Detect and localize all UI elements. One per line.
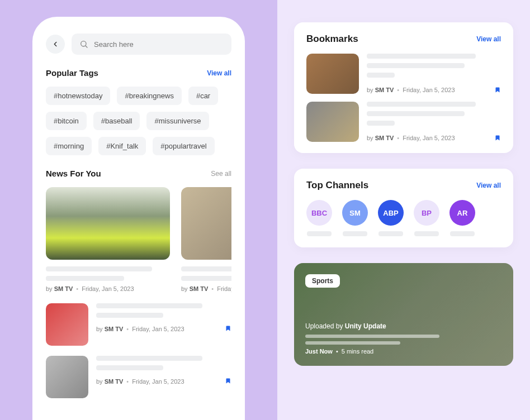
skeleton-line: [367, 54, 476, 59]
channel-item[interactable]: SM: [342, 200, 368, 236]
channel-avatar: BBC: [306, 200, 332, 226]
tag[interactable]: #breakingnews: [117, 87, 181, 105]
skeleton-line: [343, 231, 367, 236]
channel-avatar: ABP: [378, 200, 404, 226]
news-meta: by SM TV•Friday, Jan 5, 2023: [96, 326, 184, 332]
uploaded-by: Uploaded by Unity Update: [305, 322, 502, 330]
bookmarks-card: Bookmarks View all by SM TV•Friday, Jan …: [294, 22, 513, 153]
channel-avatar: AR: [449, 200, 475, 226]
tag[interactable]: #baseball: [93, 112, 140, 130]
news-card[interactable]: by SM TV•Friday, Jan 5, 2023: [181, 187, 231, 292]
top-channels-card: Top Channels View all BBC SM ABP BP AR: [294, 169, 513, 247]
skeleton-line: [96, 356, 202, 361]
search-input[interactable]: [94, 40, 224, 49]
news-see-all[interactable]: See all: [211, 170, 231, 178]
skeleton-line: [181, 266, 231, 271]
back-button[interactable]: [46, 35, 65, 54]
tag[interactable]: #missuniverse: [146, 112, 209, 130]
channels-header: Top Channels View all: [306, 180, 501, 191]
skeleton-line: [307, 231, 332, 236]
skeleton-line: [367, 102, 476, 107]
tag[interactable]: #morning: [46, 137, 92, 155]
skeleton-line: [367, 63, 465, 68]
bookmarks-view-all[interactable]: View all: [476, 35, 501, 43]
popular-tags-title: Popular Tags: [46, 68, 98, 78]
channel-avatar: BP: [414, 200, 439, 226]
skeleton-line: [181, 276, 231, 281]
skeleton-line: [367, 73, 395, 78]
category-badge: Sports: [305, 274, 340, 288]
channel-item[interactable]: AR: [449, 200, 475, 236]
news-meta: by SM TV•Friday, Jan 5, 2023: [181, 285, 231, 292]
article-meta: Just Now•5 mins read: [305, 348, 502, 355]
news-list-body: by SM TV•Friday, Jan 5, 2023: [96, 356, 231, 398]
popular-tags-header: Popular Tags View all: [46, 68, 231, 78]
tag[interactable]: #bitcoin: [46, 112, 87, 130]
news-card[interactable]: by SM TV•Friday, Jan 5, 2023: [46, 187, 170, 292]
bookmark-item[interactable]: by SM TV•Friday, Jan 5, 2023: [306, 102, 501, 142]
bookmark-meta: by SM TV•Friday, Jan 5, 2023: [367, 135, 455, 141]
channel-item[interactable]: BBC: [306, 200, 332, 236]
bookmarks-title: Bookmarks: [306, 34, 358, 45]
bookmark-icon[interactable]: [225, 324, 231, 332]
tag[interactable]: #car: [188, 87, 218, 105]
skeleton-line: [305, 341, 400, 345]
skeleton-line: [367, 111, 465, 116]
skeleton-line: [367, 121, 395, 126]
news-list-item[interactable]: by SM TV•Friday, Jan 5, 2023: [46, 303, 231, 346]
tag[interactable]: #hotnewstoday: [46, 87, 110, 105]
right-panel: Bookmarks View all by SM TV•Friday, Jan …: [277, 0, 530, 420]
channel-item[interactable]: BP: [414, 200, 439, 236]
news-header: News For You See all: [46, 169, 231, 178]
tags-wrap: #hotnewstoday #breakingnews #car #bitcoi…: [46, 87, 231, 155]
bookmark-thumb: [306, 54, 359, 94]
news-title: News For You: [46, 169, 101, 178]
news-thumb: [46, 356, 88, 398]
left-panel: Popular Tags View all #hotnewstoday #bre…: [0, 0, 277, 420]
channels-row: BBC SM ABP BP AR: [306, 200, 501, 236]
bookmarks-header: Bookmarks View all: [306, 34, 501, 45]
featured-article-card[interactable]: Sports Uploaded by Unity Update Just Now…: [294, 263, 513, 366]
skeleton-line: [450, 231, 475, 236]
skeleton-line: [46, 276, 124, 281]
news-list-body: by SM TV•Friday, Jan 5, 2023: [96, 303, 231, 346]
chevron-left-icon: [51, 40, 59, 48]
search-icon: [79, 40, 88, 49]
bookmark-icon[interactable]: [225, 377, 231, 385]
channel-avatar: SM: [342, 200, 368, 226]
tag[interactable]: #Knif_talk: [98, 137, 146, 155]
bookmark-thumb: [306, 102, 359, 142]
news-meta: by SM TV•Friday, Jan 5, 2023: [46, 285, 170, 292]
skeleton-line: [96, 365, 163, 370]
skeleton-line: [305, 335, 439, 338]
channels-view-all[interactable]: View all: [476, 182, 501, 189]
channel-item[interactable]: ABP: [378, 200, 404, 236]
featured-article-body: Uploaded by Unity Update Just Now•5 mins…: [305, 322, 502, 355]
bookmark-icon[interactable]: [494, 86, 501, 94]
channels-title: Top Channels: [306, 180, 368, 191]
news-image: [181, 187, 231, 260]
search-bar[interactable]: [72, 34, 231, 55]
skeleton-line: [96, 313, 163, 318]
svg-line-1: [86, 46, 87, 47]
skeleton-line: [378, 231, 403, 236]
news-thumb: [46, 303, 88, 346]
news-carousel[interactable]: by SM TV•Friday, Jan 5, 2023 by SM TV•Fr…: [46, 187, 231, 292]
news-image: [46, 187, 170, 260]
popular-tags-view-all[interactable]: View all: [207, 69, 231, 77]
news-list-item[interactable]: by SM TV•Friday, Jan 5, 2023: [46, 356, 231, 398]
top-bar: [46, 34, 231, 55]
skeleton-line: [96, 303, 202, 308]
skeleton-line: [46, 266, 152, 271]
bookmark-item[interactable]: by SM TV•Friday, Jan 5, 2023: [306, 54, 501, 94]
bookmark-meta: by SM TV•Friday, Jan 5, 2023: [367, 87, 455, 93]
news-meta: by SM TV•Friday, Jan 5, 2023: [96, 378, 184, 385]
bookmark-icon[interactable]: [494, 134, 501, 142]
phone-frame: Popular Tags View all #hotnewstoday #bre…: [32, 17, 245, 420]
skeleton-line: [414, 231, 439, 236]
tag[interactable]: #populartravel: [153, 137, 214, 155]
